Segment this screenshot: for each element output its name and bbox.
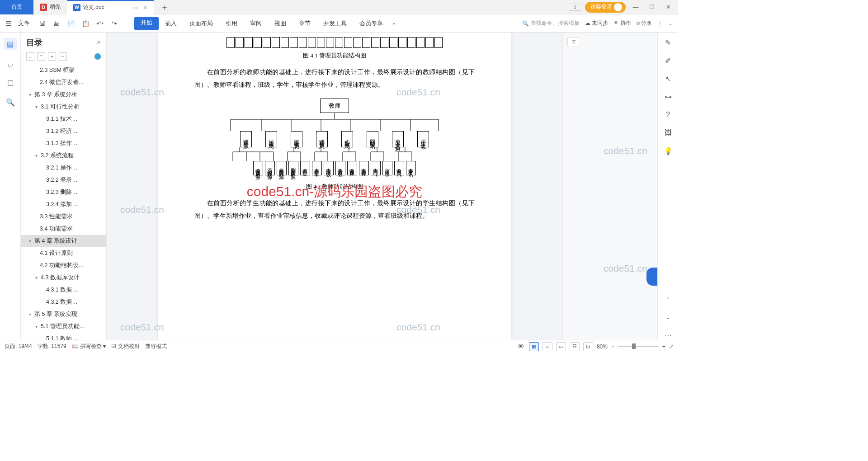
ribbon-tab-2[interactable]: 页面布局 bbox=[183, 17, 219, 30]
outline-add-icon[interactable]: + bbox=[48, 52, 56, 61]
ribbon-tab-4[interactable]: 审阅 bbox=[244, 17, 268, 30]
help-fab[interactable] bbox=[646, 268, 657, 286]
collapse-ribbon-icon[interactable]: ⌄ bbox=[668, 20, 673, 27]
clipboard-icon[interactable]: 📋 bbox=[80, 19, 90, 28]
guest-login-button[interactable]: 访客登录 bbox=[585, 2, 626, 13]
outline-item[interactable]: 3.1.3 操作… bbox=[21, 137, 106, 150]
proofread-button[interactable]: ☑ 文档校对 bbox=[111, 343, 139, 350]
collab-button[interactable]: ⚘ 协作 bbox=[613, 19, 631, 27]
settings-icon[interactable]: ⊶ bbox=[664, 92, 673, 101]
tab-home[interactable]: 首页 bbox=[0, 0, 33, 14]
right-panel-toggle[interactable]: ≡ bbox=[567, 37, 580, 47]
view-page-icon[interactable]: ▦ bbox=[529, 342, 539, 351]
view-read-icon[interactable]: ☶ bbox=[570, 342, 580, 351]
view-outline-icon[interactable]: ≣ bbox=[542, 342, 552, 351]
view-web-icon[interactable]: ▭ bbox=[556, 342, 566, 351]
tab-add-button[interactable]: ＋ bbox=[154, 2, 175, 13]
ribbon-tab-6[interactable]: 章节 bbox=[292, 17, 317, 30]
help-icon[interactable]: ? bbox=[664, 110, 673, 119]
outline-item[interactable]: ▾第 5 章 系统实现 bbox=[21, 308, 106, 320]
ribbon-tab-1[interactable]: 插入 bbox=[159, 17, 183, 30]
outline-item[interactable]: 2.4 微信开发者… bbox=[21, 76, 106, 89]
command-search[interactable]: 🔍 查找命令、搜索模板 bbox=[522, 19, 580, 27]
outline-item[interactable]: 4.2 功能结构设… bbox=[21, 259, 106, 272]
outline-item[interactable]: ▾第 3 章 系统分析 bbox=[21, 89, 106, 101]
maximize-button[interactable]: ☐ bbox=[646, 4, 658, 10]
search-nav-icon[interactable]: 🔍 bbox=[6, 98, 15, 107]
spell-check-button[interactable]: 📖 拼写检查 ▾ bbox=[72, 343, 106, 350]
outline-item[interactable]: 5.1.1 教师… bbox=[21, 333, 106, 340]
ribbon-tab-8[interactable]: 会员专享 bbox=[353, 17, 389, 30]
outline-expand-all-icon[interactable]: ⌃ bbox=[37, 52, 45, 61]
page-indicator[interactable]: 页面: 19/44 bbox=[5, 343, 32, 350]
bulb-icon[interactable]: 💡 bbox=[664, 146, 673, 155]
redo-icon[interactable]: ↷ bbox=[109, 19, 119, 28]
outline-nav-icon[interactable]: ▤ bbox=[4, 38, 17, 50]
outline-item[interactable]: 3.2.3 删除… bbox=[21, 186, 106, 198]
share-button[interactable]: ⎋ 分享 bbox=[637, 19, 652, 27]
undo-icon[interactable]: ↶▾ bbox=[95, 19, 105, 28]
outline-remove-icon[interactable]: − bbox=[59, 52, 67, 61]
outline-item[interactable]: 3.2.4 添加… bbox=[21, 198, 106, 211]
zoom-slider[interactable] bbox=[618, 346, 659, 347]
bookmark-nav-icon[interactable]: ☐ bbox=[6, 79, 15, 88]
hamburger-icon[interactable]: ☰ bbox=[5, 19, 14, 28]
folder-nav-icon[interactable]: ▱ bbox=[6, 60, 15, 69]
document-canvas[interactable]: code51.cn code51.cn code51.cn code51.cn … bbox=[107, 33, 562, 340]
tab-present-icon[interactable]: ▭ bbox=[132, 5, 137, 11]
file-menu[interactable]: 文件 bbox=[18, 19, 30, 28]
print-icon[interactable]: 🖶 bbox=[52, 19, 61, 28]
outline-item[interactable]: 3.2.2 登录… bbox=[21, 174, 106, 186]
save-icon[interactable]: 🖫 bbox=[37, 19, 47, 28]
outline-item[interactable]: 3.1.2 经济… bbox=[21, 125, 106, 137]
ribbon-tab-5[interactable]: 视图 bbox=[268, 17, 292, 30]
tab-document[interactable]: W 论文.doc ▭ × bbox=[67, 0, 154, 14]
image-tool-icon[interactable]: 🖼 bbox=[664, 128, 673, 137]
zoom-out-button[interactable]: − bbox=[611, 343, 614, 350]
outline-item[interactable]: 2.3 SSM 框架 bbox=[21, 64, 106, 76]
select-icon[interactable]: ↖ bbox=[664, 74, 673, 83]
style-icon[interactable]: ✎ bbox=[664, 38, 673, 47]
ribbon-tab-7[interactable]: 开发工具 bbox=[317, 17, 353, 30]
outline-item[interactable]: 3.1.1 技术… bbox=[21, 113, 106, 125]
diagram-mid-node: 学生信息 bbox=[265, 131, 277, 147]
more-tools-icon[interactable]: ⋯ bbox=[664, 331, 673, 340]
close-window-button[interactable]: ✕ bbox=[662, 4, 675, 10]
outline-item[interactable]: ▾4.3 数据库设计 bbox=[21, 272, 106, 284]
ribbon-tab-3[interactable]: 引用 bbox=[219, 17, 244, 30]
word-count[interactable]: 字数: 11579 bbox=[38, 343, 66, 350]
outline-item[interactable]: 3.2.1 操作… bbox=[21, 162, 106, 174]
fit-page-icon[interactable]: ⤢ bbox=[669, 343, 674, 350]
outline-badge-icon[interactable] bbox=[94, 53, 101, 60]
view-full-icon[interactable]: ⊡ bbox=[583, 342, 593, 351]
scroll-top-icon[interactable]: ⌃ bbox=[664, 295, 673, 304]
page: 图 4.1 管理员功能结构图 在前面分析的教师功能的基础上，进行接下来的设计工作… bbox=[158, 33, 511, 340]
diagram-leaf-node: 查看资讯 bbox=[406, 161, 416, 175]
outline-item[interactable]: 4.3.2 数据… bbox=[21, 296, 106, 308]
minimize-button[interactable]: — bbox=[629, 4, 642, 10]
eye-mode-icon[interactable]: 👁 bbox=[516, 342, 525, 351]
window-number-icon[interactable]: 1 bbox=[569, 4, 581, 11]
tab-daoke[interactable]: D 稻壳 bbox=[33, 0, 67, 14]
outline-item[interactable]: ▾3.2 系统流程 bbox=[21, 150, 106, 162]
scroll-bottom-icon[interactable]: ⌄ bbox=[664, 313, 673, 322]
outline-item[interactable]: 4.1 设计原则 bbox=[21, 247, 106, 259]
outline-collapse-all-icon[interactable]: ⌄ bbox=[26, 52, 34, 61]
unsynced-button[interactable]: ☁ 未同步 bbox=[585, 19, 608, 27]
tab-close-icon[interactable]: × bbox=[144, 4, 147, 11]
print-preview-icon[interactable]: 📄 bbox=[66, 19, 76, 28]
zoom-label[interactable]: 80% bbox=[597, 343, 608, 350]
outline-tree[interactable]: 2.3 SSM 框架2.4 微信开发者…▾第 3 章 系统分析▾3.1 可行性分… bbox=[21, 64, 106, 340]
zoom-in-button[interactable]: + bbox=[662, 343, 665, 350]
ribbon-overflow-icon[interactable]: ▸ bbox=[393, 21, 395, 26]
more-icon[interactable]: ⋮ bbox=[657, 20, 663, 27]
outline-item[interactable]: ▾5.1 管理员功能… bbox=[21, 320, 106, 333]
outline-item[interactable]: 3.4 功能需求 bbox=[21, 223, 106, 235]
outline-item[interactable]: 3.3 性能需求 bbox=[21, 211, 106, 223]
outline-item[interactable]: ▾3.1 可行性分析 bbox=[21, 101, 106, 113]
highlight-icon[interactable]: ✐ bbox=[664, 56, 673, 65]
outline-item[interactable]: ▾第 4 章 系统设计 bbox=[21, 235, 106, 247]
ribbon-tab-0[interactable]: 开始 bbox=[134, 17, 159, 30]
outline-item[interactable]: 4.3.1 数据… bbox=[21, 284, 106, 296]
outline-close-icon[interactable]: × bbox=[97, 38, 101, 47]
